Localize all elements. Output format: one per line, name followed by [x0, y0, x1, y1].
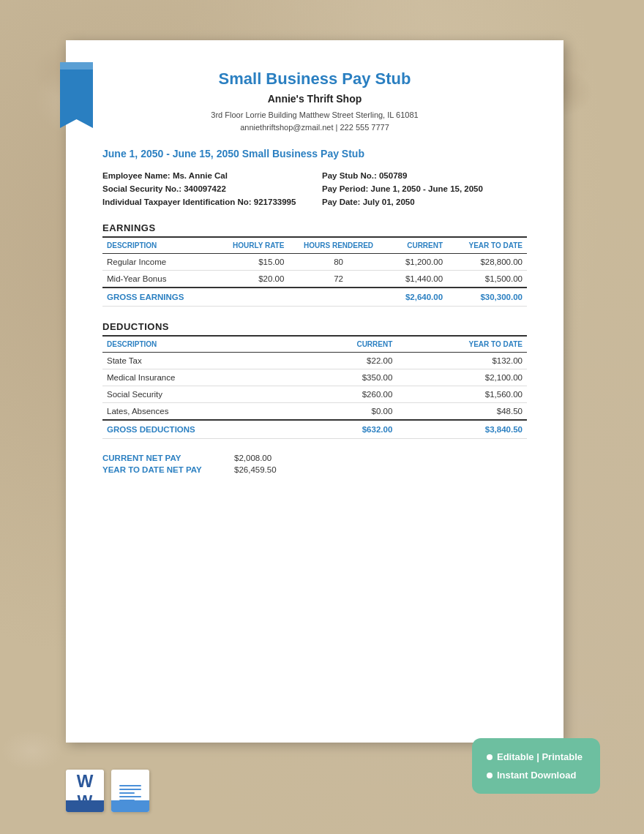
period-title: June 1, 2050 - June 15, 2050 Small Busin… [102, 148, 527, 159]
doc-icon-lines [119, 785, 141, 801]
earnings-col-ytd: YEAR TO DATE [447, 237, 527, 254]
earnings-row2-hours: 72 [288, 271, 388, 288]
ssn-value: 340097422 [184, 184, 226, 193]
earnings-row1-hours: 80 [288, 254, 388, 271]
doc-title: Small Business Pay Stub [102, 70, 527, 89]
ded-row2-current: $350.00 [304, 369, 397, 386]
earnings-header-row: DESCRIPTION HOURLY RATE HOURS RENDERED C… [102, 237, 527, 254]
address-line1: 3rd Floor Lorrie Building Matthew Street… [102, 109, 527, 121]
gross-deductions-label: GROSS DEDUCTIONS [102, 420, 304, 439]
doc-line [119, 792, 135, 794]
employee-name-value: Ms. Annie Cal [173, 171, 228, 180]
earnings-col-rate: HOURLY RATE [212, 237, 289, 254]
totals-section: CURRENT NET PAY $2,008.00 YEAR TO DATE N… [102, 454, 527, 474]
itin-value: 921733995 [254, 198, 296, 206]
deductions-col-ytd: YEAR TO DATE [397, 336, 527, 353]
ded-row3-desc: Social Security [102, 386, 304, 403]
docs-icon[interactable] [111, 770, 149, 812]
earnings-row1-current: $1,200.00 [389, 254, 447, 271]
gross-earnings-ytd: $30,300.00 [447, 288, 527, 307]
earnings-col-hours: HOURS RENDERED [288, 237, 388, 254]
ded-row2-ytd: $2,100.00 [397, 369, 527, 386]
deductions-col-desc: DESCRIPTION [102, 336, 304, 353]
ded-row3-ytd: $1,560.00 [397, 386, 527, 403]
document: Small Business Pay Stub Annie's Thrift S… [66, 40, 564, 743]
gross-deductions-ytd: $3,840.50 [397, 420, 527, 439]
ytd-net-pay-row: YEAR TO DATE NET PAY $26,459.50 [102, 465, 277, 474]
employee-name-row: Employee Name: Ms. Annie Cal [102, 171, 307, 180]
deductions-section-title: DEDUCTIONS [102, 321, 527, 332]
table-row: Mid-Year Bonus $20.00 72 $1,440.00 $1,50… [102, 271, 527, 288]
ded-row1-current: $22.00 [304, 353, 397, 369]
gross-earnings-empty1 [212, 288, 289, 307]
deductions-header-row: DESCRIPTION CURRENT YEAR TO DATE [102, 336, 527, 353]
bottom-icons: W [66, 770, 149, 812]
earnings-row1-rate: $15.00 [212, 254, 289, 271]
ded-row4-current: $0.00 [304, 403, 397, 421]
current-net-pay-value: $2,008.00 [234, 454, 272, 462]
table-row: State Tax $22.00 $132.00 [102, 353, 527, 369]
pay-period-value: June 1, 2050 - June 15, 2050 [370, 184, 482, 193]
net-pay-block: CURRENT NET PAY $2,008.00 YEAR TO DATE N… [102, 454, 277, 474]
feature-label-1: Editable | Printable [497, 751, 583, 762]
deductions-table: DESCRIPTION CURRENT YEAR TO DATE State T… [102, 335, 527, 439]
doc-line [119, 789, 141, 790]
gross-earnings-empty2 [288, 288, 388, 307]
ded-row1-desc: State Tax [102, 353, 304, 369]
company-name: Annie's Thrift Shop [102, 93, 527, 105]
earnings-col-desc: DESCRIPTION [102, 237, 212, 254]
word-icon-bar [66, 800, 104, 812]
company-address: 3rd Floor Lorrie Building Matthew Street… [102, 109, 527, 133]
ded-row4-desc: Lates, Absences [102, 403, 304, 421]
address-line2: anniethriftshop@zmail.net | 222 555 7777 [102, 121, 527, 134]
stub-no-row: Pay Stub No.: 050789 [322, 171, 527, 180]
pay-period-row: Pay Period: June 1, 2050 - June 15, 2050 [322, 184, 527, 193]
pay-date-label: Pay Date: [322, 198, 360, 206]
ded-row4-ytd: $48.50 [397, 403, 527, 421]
table-row: Social Security $260.00 $1,560.00 [102, 386, 527, 403]
gross-deductions-row: GROSS DEDUCTIONS $632.00 $3,840.50 [102, 420, 527, 439]
feature-item-2: Instant Download [487, 770, 585, 781]
bullet-icon-1 [487, 754, 493, 760]
employee-info: Employee Name: Ms. Annie Cal Pay Stub No… [102, 171, 527, 206]
itin-label: Individual Taxpayer Identification No: [102, 198, 252, 206]
employee-name-label: Employee Name: [102, 171, 171, 180]
table-row: Lates, Absences $0.00 $48.50 [102, 403, 527, 421]
ssn-label: Social Security No.: [102, 184, 181, 193]
ssn-row: Social Security No.: 340097422 [102, 184, 307, 193]
earnings-row2-ytd: $1,500.00 [447, 271, 527, 288]
gross-earnings-current: $2,640.00 [389, 288, 447, 307]
earnings-row2-current: $1,440.00 [389, 271, 447, 288]
earnings-row2-rate: $20.00 [212, 271, 289, 288]
deductions-col-current: CURRENT [304, 336, 397, 353]
current-net-pay-label: CURRENT NET PAY [102, 454, 220, 462]
earnings-table: DESCRIPTION HOURLY RATE HOURS RENDERED C… [102, 236, 527, 307]
ded-row1-ytd: $132.00 [397, 353, 527, 369]
gross-deductions-current: $632.00 [304, 420, 397, 439]
ded-row2-desc: Medical Insurance [102, 369, 304, 386]
word-icon[interactable]: W [66, 770, 104, 812]
pay-period-label: Pay Period: [322, 184, 368, 193]
earnings-row1-desc: Regular Income [102, 254, 212, 271]
stub-no-label: Pay Stub No.: [322, 171, 377, 180]
stub-no-value: 050789 [379, 171, 407, 180]
ytd-net-pay-value: $26,459.50 [234, 465, 277, 474]
ded-row3-current: $260.00 [304, 386, 397, 403]
pay-date-value: July 01, 2050 [363, 198, 415, 206]
earnings-row2-desc: Mid-Year Bonus [102, 271, 212, 288]
pay-date-row: Pay Date: July 01, 2050 [322, 198, 527, 206]
table-row: Medical Insurance $350.00 $2,100.00 [102, 369, 527, 386]
feature-box: Editable | Printable Instant Download [472, 738, 600, 794]
earnings-col-current: CURRENT [389, 237, 447, 254]
ytd-net-pay-label: YEAR TO DATE NET PAY [102, 465, 220, 474]
gross-earnings-label: GROSS EARNINGS [102, 288, 212, 307]
itin-row: Individual Taxpayer Identification No: 9… [102, 198, 307, 206]
doc-line [119, 796, 141, 797]
bookmark [60, 70, 93, 128]
earnings-row1-ytd: $28,800.00 [447, 254, 527, 271]
earnings-section-title: EARNINGS [102, 222, 527, 233]
doc-icon-bar [111, 800, 149, 812]
feature-label-2: Instant Download [497, 770, 576, 781]
current-net-pay-row: CURRENT NET PAY $2,008.00 [102, 454, 277, 462]
gross-earnings-row: GROSS EARNINGS $2,640.00 $30,300.00 [102, 288, 527, 307]
